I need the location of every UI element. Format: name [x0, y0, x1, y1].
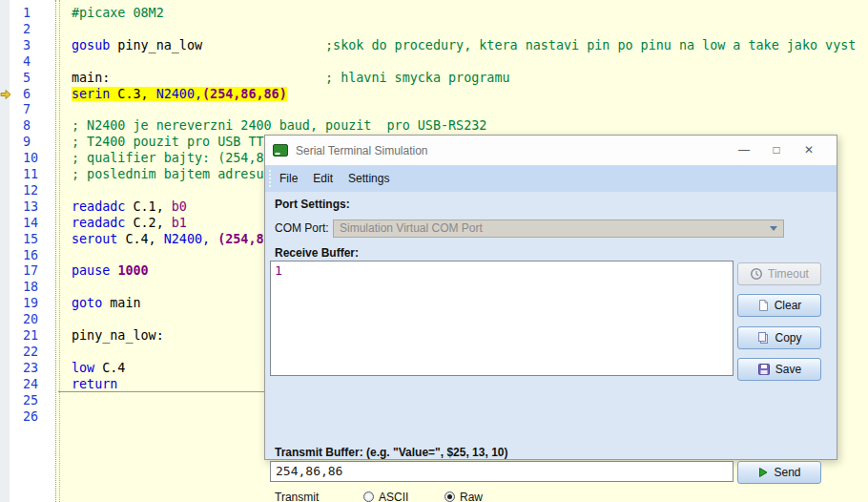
- close-button[interactable]: ✕: [793, 136, 825, 165]
- save-icon: [757, 363, 771, 376]
- code-line: low C.4: [72, 361, 125, 376]
- line-number: 14: [23, 216, 38, 231]
- line-number: 6: [23, 87, 31, 102]
- line-number: 11: [23, 167, 38, 182]
- code-line: return: [72, 377, 117, 392]
- menu-item-settings[interactable]: Settings: [348, 165, 389, 192]
- line-number: 3: [23, 38, 31, 53]
- copy-icon: [756, 331, 770, 345]
- dialog-titlebar[interactable]: Serial Terminal Simulation —□✕: [265, 136, 837, 165]
- line-number: 1: [23, 6, 31, 21]
- line-number: 26: [23, 409, 38, 425]
- button-label: Save: [775, 363, 801, 376]
- line-number: 5: [23, 71, 31, 86]
- send-button-label: Send: [774, 466, 800, 479]
- button-label: Clear: [775, 299, 802, 312]
- transmit-buffer-input[interactable]: 254,86,86: [270, 461, 734, 482]
- line-number: 24: [23, 377, 38, 392]
- window-controls: —□✕: [728, 136, 825, 165]
- line-number: 20: [23, 312, 38, 327]
- code-line: readadc C.2, b1: [72, 216, 187, 231]
- menu-gripper: [269, 170, 274, 187]
- gutter-separator: [55, 0, 60, 502]
- line-number: 18: [23, 280, 38, 295]
- serial-terminal-dialog: Serial Terminal Simulation —□✕ FileEditS…: [264, 135, 837, 460]
- code-line: ; N2400 je nereverzni 2400 baud, pouzit …: [72, 118, 486, 134]
- breakpoint-margin: [0, 0, 10, 502]
- com-port-value: Simulation Virtual COM Port: [340, 221, 483, 235]
- line-number: 13: [23, 199, 38, 215]
- line-number-gutter: 1234567891011121314151617181920212223242…: [10, 0, 55, 502]
- code-line: ; T2400 pouzit pro USB TT: [72, 135, 264, 150]
- line-number: 19: [23, 296, 38, 311]
- line-number: 25: [23, 393, 38, 408]
- save-button[interactable]: Save: [737, 358, 821, 381]
- line-number: 21: [23, 328, 38, 344]
- play-icon: [757, 467, 769, 478]
- transmit-buffer-label: Transmit Buffer: (e.g. "Value=", $25, 13…: [275, 446, 507, 459]
- code-line: #picaxe 08M2: [72, 6, 164, 21]
- line-number: 22: [23, 345, 38, 360]
- com-port-select[interactable]: Simulation Virtual COM Port: [333, 220, 784, 238]
- send-button[interactable]: Send: [737, 461, 821, 484]
- line-number: 16: [23, 248, 38, 263]
- end-of-program-separator: [58, 391, 264, 392]
- dialog-menubar: FileEditSettings: [265, 165, 837, 192]
- line-number: 7: [23, 102, 31, 117]
- clock-icon: [750, 267, 763, 281]
- code-line: piny_na_low:: [72, 328, 164, 344]
- button-label: Timeout: [768, 267, 809, 281]
- radio-label-raw: Raw: [460, 491, 483, 502]
- menu-item-edit[interactable]: Edit: [313, 165, 333, 192]
- copy-button[interactable]: Copy: [737, 326, 821, 349]
- picaxe-editor-screen: 1234567891011121314151617181920212223242…: [0, 0, 868, 502]
- code-line: serout C.4, N2400, (254,8: [72, 232, 264, 247]
- menu-item-file[interactable]: File: [279, 165, 298, 192]
- timeout-button[interactable]: Timeout: [737, 262, 821, 285]
- line-number: 23: [23, 361, 38, 376]
- minimize-button[interactable]: —: [728, 136, 760, 165]
- radio-raw[interactable]: [444, 492, 455, 502]
- transmit-mode-label: Transmit Mode:: [275, 491, 319, 502]
- com-port-label: COM Port:: [275, 221, 329, 235]
- button-label: Copy: [775, 331, 801, 345]
- line-number: 2: [23, 22, 31, 37]
- receive-buffer-label: Receive Buffer:: [275, 246, 359, 260]
- code-line: pause 1000: [72, 263, 149, 279]
- code-line: serin C.3, N2400,(254,86,86): [72, 87, 287, 102]
- code-line: goto main: [72, 296, 141, 311]
- line-number: 9: [23, 135, 31, 150]
- code-line: main: ; hlavni smycka programu: [72, 71, 510, 86]
- radio-ascii[interactable]: [363, 492, 374, 502]
- clear-button[interactable]: Clear: [737, 294, 821, 317]
- document-icon: [757, 299, 770, 312]
- radio-label-ascii: ASCII: [379, 491, 408, 502]
- current-line-arrow-icon: [0, 89, 11, 100]
- line-number: 12: [23, 183, 38, 199]
- chevron-down-icon: [770, 226, 777, 231]
- code-line: ; poslednim bajtem adresu: [72, 167, 264, 182]
- menu-items: FileEditSettings: [279, 165, 404, 192]
- code-line: readadc C.1, b0: [72, 199, 187, 215]
- dialog-body: Port Settings: COM Port: Simulation Virt…: [265, 192, 837, 461]
- line-number: 10: [23, 151, 38, 166]
- dialog-title: Serial Terminal Simulation: [296, 144, 428, 157]
- maximize-button[interactable]: □: [760, 136, 793, 165]
- line-number: 8: [23, 118, 31, 134]
- port-settings-label: Port Settings:: [275, 198, 350, 211]
- code-line: gosub piny_na_low ;skok do procedury, kt…: [72, 38, 856, 53]
- code-line: ; qualifier bajty: (254,8: [72, 151, 264, 166]
- line-number: 17: [23, 263, 38, 279]
- line-number: 4: [23, 54, 31, 70]
- line-number: 15: [23, 232, 38, 247]
- receive-buffer-textarea[interactable]: 1: [270, 261, 734, 376]
- terminal-icon: [273, 144, 288, 157]
